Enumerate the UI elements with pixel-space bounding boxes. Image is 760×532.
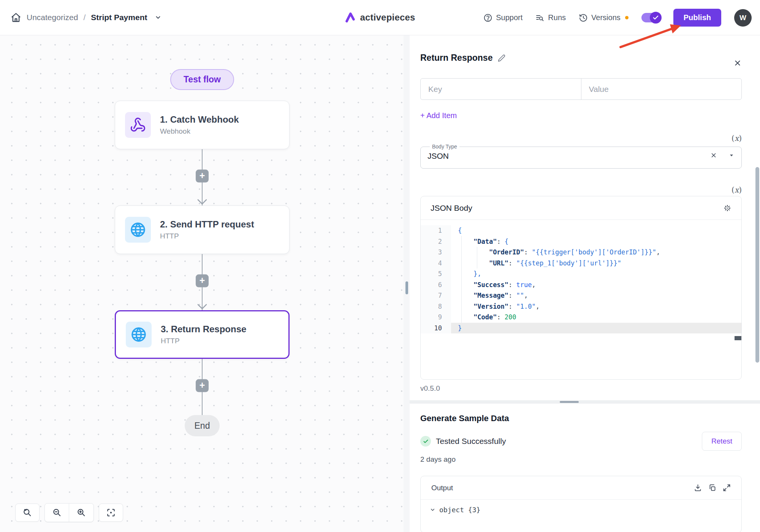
line-number: 1 <box>421 225 451 236</box>
add-step-button[interactable]: + <box>196 379 209 392</box>
code-line-1[interactable]: 1{ <box>421 225 741 236</box>
canvas-zoom-toolbar <box>15 503 123 522</box>
fit-view-icon <box>106 508 116 518</box>
runs-button[interactable]: Runs <box>535 13 566 22</box>
code-line-5[interactable]: 5 }, <box>421 268 741 279</box>
zoom-reset-button[interactable] <box>15 504 40 522</box>
code-line-10[interactable]: 10} <box>421 323 741 334</box>
panel-resize-gutter[interactable] <box>404 35 410 532</box>
step-title: 1. Catch Webhook <box>160 114 239 125</box>
body-type-select[interactable]: Body Type JSON <box>420 144 742 169</box>
line-number: 6 <box>421 279 451 290</box>
flow-step-3[interactable]: 3. Return ResponseHTTP <box>115 310 290 359</box>
edit-pencil-icon[interactable] <box>498 54 505 62</box>
fit-view-button[interactable] <box>99 504 123 522</box>
globe-icon <box>125 217 151 243</box>
code-line-8[interactable]: 8 "Version": "1.0", <box>421 301 741 312</box>
add-step-button[interactable]: + <box>196 170 209 183</box>
flow-step-2[interactable]: 2. Send HTTP requestHTTP <box>115 205 290 254</box>
flow-connector: + <box>202 254 203 310</box>
clear-selection-icon[interactable] <box>710 152 717 161</box>
key-input[interactable] <box>421 85 581 94</box>
globe-icon <box>126 322 152 347</box>
expand-icon[interactable] <box>723 484 731 492</box>
add-step-button[interactable]: + <box>196 275 209 287</box>
versions-label: Versions <box>591 13 621 22</box>
activepieces-logo: activepieces <box>345 12 415 23</box>
json-body-label: JSON Body <box>431 204 723 213</box>
zoom-in-button[interactable] <box>69 504 93 522</box>
output-card: Output <box>420 476 742 532</box>
zoom-out-icon <box>52 508 62 518</box>
zoom-out-button[interactable] <box>45 504 69 522</box>
flow-step-1[interactable]: 1. Catch WebhookWebhook <box>115 101 290 149</box>
step-title: 2. Send HTTP request <box>160 219 254 230</box>
test-status-text: Tested Successfully <box>436 437 702 446</box>
breadcrumb-flow-name[interactable]: Stript Payment <box>91 13 147 22</box>
divider-drag-handle[interactable] <box>560 401 579 403</box>
generate-sample-data-heading: Generate Sample Data <box>420 414 742 423</box>
flow-connector: + <box>202 359 203 415</box>
dynamic-value-icon[interactable]: (x) <box>732 185 742 194</box>
panel-section-divider[interactable] <box>410 400 760 404</box>
page-scrollbar-thumb[interactable] <box>755 167 759 363</box>
retest-button[interactable]: Retest <box>702 432 742 451</box>
value-input[interactable] <box>581 85 742 94</box>
sparkle-icon[interactable] <box>723 204 732 212</box>
fields-key-value-box <box>420 78 742 100</box>
code-line-3[interactable]: 3 "OrderID": "{{trigger['body']['OrderID… <box>421 247 741 258</box>
versions-notification-dot <box>625 16 629 19</box>
zoom-in-icon <box>76 508 86 518</box>
flow-connector: + <box>202 149 203 205</box>
versions-button[interactable]: Versions <box>579 13 621 22</box>
top-header: Uncategorized / Stript Payment activepie… <box>0 0 760 35</box>
home-icon[interactable] <box>11 12 21 23</box>
breadcrumb-separator: / <box>83 13 86 22</box>
code-line-9[interactable]: 9 "Code": 200 <box>421 312 741 323</box>
user-avatar[interactable]: W <box>734 9 752 27</box>
support-button[interactable]: Support <box>483 13 522 22</box>
flow-end-node: End <box>185 415 220 436</box>
publish-button[interactable]: Publish <box>673 9 721 27</box>
tree-node-label: object {3} <box>439 506 480 514</box>
test-flow-button[interactable]: Test flow <box>170 69 234 90</box>
support-label: Support <box>496 13 522 22</box>
code-line-4[interactable]: 4 "URL": "{{step_1['body']['url']}}" <box>421 258 741 269</box>
flow-enabled-toggle[interactable] <box>641 13 660 22</box>
code-line-7[interactable]: 7 "Message": "", <box>421 290 741 301</box>
output-tree-node[interactable]: object {3} <box>421 500 741 520</box>
zoom-reset-icon <box>22 508 32 518</box>
flow-canvas[interactable]: Test flow 1. Catch WebhookWebhook+2. Sen… <box>0 35 404 532</box>
copy-icon[interactable] <box>708 484 716 492</box>
arrow-down-icon <box>197 304 207 311</box>
chevron-down-icon <box>430 507 435 513</box>
add-item-link[interactable]: + Add Item <box>420 111 457 120</box>
success-check-icon <box>420 436 431 447</box>
chevron-down-icon[interactable] <box>155 14 162 21</box>
download-icon[interactable] <box>694 484 702 492</box>
step-subtitle: HTTP <box>161 337 246 345</box>
activepieces-logo-icon <box>345 12 356 23</box>
breadcrumb-category[interactable]: Uncategorized <box>27 13 78 22</box>
code-editor[interactable]: 1{2 "Data": {3 "OrderID": "{{trigger['bo… <box>421 220 741 380</box>
dynamic-value-icon[interactable]: (x) <box>732 134 742 143</box>
piece-version: v0.5.0 <box>420 384 742 393</box>
close-icon[interactable] <box>733 59 742 69</box>
dropdown-caret-icon[interactable] <box>728 152 735 160</box>
webhook-icon <box>125 112 151 138</box>
runs-label: Runs <box>548 13 566 22</box>
body-type-label: Body Type <box>430 144 459 150</box>
line-number: 10 <box>421 323 451 334</box>
line-number: 2 <box>421 236 451 247</box>
code-line-2[interactable]: 2 "Data": { <box>421 236 741 247</box>
step-subtitle: HTTP <box>160 232 254 240</box>
line-number: 4 <box>421 258 451 269</box>
step-subtitle: Webhook <box>160 127 239 136</box>
code-line-6[interactable]: 6 "Success": true, <box>421 279 741 290</box>
help-circle-icon <box>483 13 492 22</box>
step-settings-panel: Return Response + Add Item (x) Body Type <box>410 35 760 532</box>
test-timestamp: 2 days ago <box>420 455 742 464</box>
output-label: Output <box>431 484 694 492</box>
panel-resize-handle[interactable] <box>405 281 408 294</box>
overview-ruler-cursor <box>735 336 741 340</box>
